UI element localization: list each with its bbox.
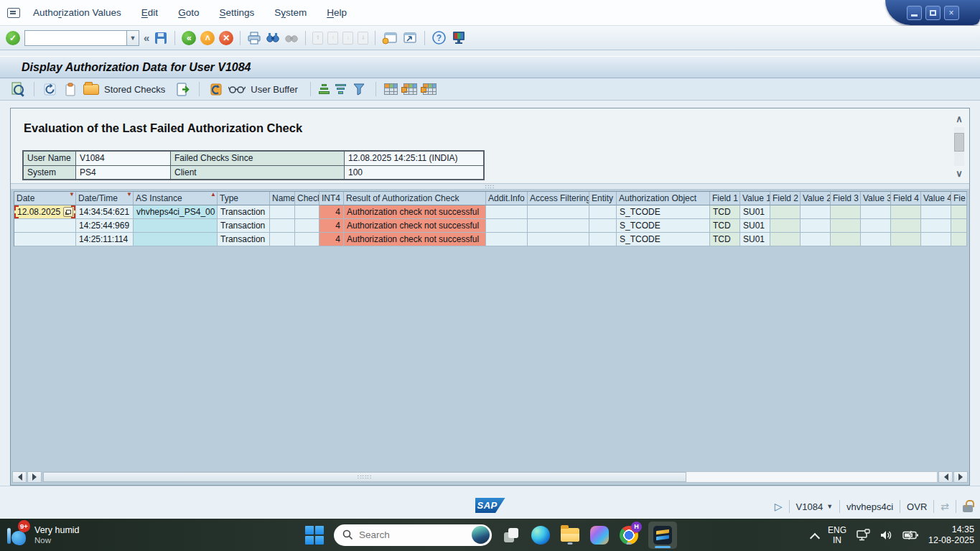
export-icon[interactable] xyxy=(175,82,191,97)
table-cell[interactable]: 14:25:44:969 xyxy=(76,219,134,233)
enter-icon[interactable]: ✓ xyxy=(6,31,20,45)
menu-item-system[interactable]: System xyxy=(274,7,307,18)
chrome-icon[interactable]: H xyxy=(619,525,639,545)
sap-menu-icon[interactable] xyxy=(7,8,20,18)
minimize-button[interactable] xyxy=(907,6,922,20)
table-cell[interactable] xyxy=(801,233,831,246)
restore-button[interactable] xyxy=(925,6,941,20)
network-icon[interactable] xyxy=(856,529,870,542)
table-cell[interactable]: 12.08.2025 xyxy=(14,205,76,219)
table-cell[interactable] xyxy=(770,233,801,246)
table-cell[interactable]: vhvheps4ci_PS4_00 xyxy=(134,205,218,219)
scroll-right-icon[interactable] xyxy=(27,471,42,483)
column-header-int4[interactable]: INT4 xyxy=(319,192,344,205)
table-cell[interactable] xyxy=(134,219,218,233)
table-cell[interactable] xyxy=(528,233,589,246)
back-icon[interactable]: « xyxy=(182,31,196,45)
column-header-type[interactable]: Type xyxy=(218,192,270,205)
table-cell[interactable]: TCD xyxy=(710,219,740,233)
menu-item-settings[interactable]: Settings xyxy=(219,7,254,18)
weather-widget[interactable]: 9+ Very humid Now xyxy=(6,524,80,547)
search-box[interactable] xyxy=(334,524,492,546)
table-cell[interactable] xyxy=(134,233,218,246)
command-dropdown-icon[interactable]: ▼ xyxy=(126,30,139,46)
cell-detail-button[interactable] xyxy=(63,207,73,217)
table-cell[interactable]: 4 xyxy=(319,233,344,246)
last-page-icon[interactable]: ⇓ xyxy=(358,32,368,45)
collapse-chevron-icon[interactable]: « xyxy=(144,32,149,44)
table-cell[interactable] xyxy=(528,219,589,233)
table-cell[interactable] xyxy=(951,205,967,219)
clock[interactable]: 14:35 12-08-2025 xyxy=(928,524,974,546)
table-cell[interactable]: Transaction xyxy=(218,219,270,233)
scroll-up-icon[interactable]: ∧ xyxy=(956,114,963,124)
column-header-field-1[interactable]: Field 1 xyxy=(710,192,740,205)
copy-icon[interactable] xyxy=(63,82,78,97)
table-cell[interactable] xyxy=(528,205,589,219)
table-cell[interactable]: SU01 xyxy=(740,205,770,219)
table-cell[interactable] xyxy=(270,233,295,246)
sort-descending-icon[interactable] xyxy=(335,84,346,94)
close-button[interactable]: × xyxy=(944,6,959,20)
table-cell[interactable]: Authorization check not successful xyxy=(344,219,486,233)
table-cell[interactable]: Authorization check not successful xyxy=(344,205,486,219)
column-header-result-of-authorization-check[interactable]: Result of Authorization Check xyxy=(344,192,486,205)
save-icon[interactable] xyxy=(154,31,168,45)
status-expand-icon[interactable]: ▷ xyxy=(775,501,783,512)
sort-ascending-icon[interactable] xyxy=(319,84,330,94)
user-buffer-button[interactable]: User Buffer xyxy=(228,84,302,95)
scroll-down-icon[interactable]: ∨ xyxy=(956,169,963,179)
search-input[interactable] xyxy=(359,529,452,540)
table-cell[interactable] xyxy=(486,233,528,246)
table-cell[interactable] xyxy=(486,219,528,233)
table-cell[interactable]: S_TCODE xyxy=(617,205,710,219)
next-page-icon[interactable]: ↓ xyxy=(342,32,353,45)
table-cell[interactable]: SU01 xyxy=(740,219,770,233)
scroll-left-icon[interactable] xyxy=(12,471,27,483)
table-cell[interactable] xyxy=(589,219,617,233)
customize-layout-icon[interactable] xyxy=(451,30,467,45)
print-icon[interactable] xyxy=(247,31,261,45)
table-cell[interactable] xyxy=(951,233,967,246)
table-cell[interactable]: 4 xyxy=(319,219,344,233)
previous-page-icon[interactable]: ↑ xyxy=(327,32,338,45)
column-header-value-2[interactable]: Value 2 xyxy=(801,192,831,205)
scroll-right-icon-2[interactable] xyxy=(953,471,968,483)
new-session-icon[interactable] xyxy=(382,31,398,45)
table-cell[interactable] xyxy=(831,219,861,233)
column-header-check[interactable]: Check xyxy=(295,192,319,205)
table-cell[interactable] xyxy=(770,219,801,233)
table-cell[interactable]: Transaction xyxy=(218,205,270,219)
table-cell[interactable] xyxy=(921,219,951,233)
start-button[interactable] xyxy=(304,525,325,545)
table-cell[interactable] xyxy=(861,205,891,219)
vertical-scroll-thumb[interactable] xyxy=(954,133,964,152)
table-cell[interactable]: TCD xyxy=(710,205,740,219)
column-header-value-3[interactable]: Value 3 xyxy=(861,192,891,205)
column-header-field-3[interactable]: Field 3 xyxy=(831,192,861,205)
bing-daily-image[interactable] xyxy=(472,526,490,544)
table-view-icon[interactable] xyxy=(384,83,398,95)
column-header-addit-info[interactable]: Addit.Info xyxy=(486,192,528,205)
file-explorer-icon[interactable] xyxy=(560,525,580,545)
column-header-name[interactable]: Name xyxy=(270,192,295,205)
table-cell[interactable] xyxy=(14,233,76,246)
column-header-value-1[interactable]: Value 1 xyxy=(740,192,770,205)
table-cell[interactable] xyxy=(831,233,861,246)
display-change-icon[interactable] xyxy=(207,82,223,97)
table-cell[interactable] xyxy=(861,219,891,233)
command-input[interactable] xyxy=(24,30,126,46)
menu-item-help[interactable]: Help xyxy=(327,7,347,18)
table-cell[interactable] xyxy=(589,233,617,246)
column-header-fie[interactable]: Fie xyxy=(951,192,967,205)
refresh-icon[interactable] xyxy=(42,82,57,97)
column-header-field-4[interactable]: Field 4 xyxy=(891,192,921,205)
table-cell[interactable] xyxy=(14,219,76,233)
menu-item-edit[interactable]: Edit xyxy=(141,7,158,18)
cancel-icon[interactable]: ✕ xyxy=(219,31,233,45)
vertical-scroll-track[interactable] xyxy=(954,127,964,166)
hidden-icons-chevron[interactable] xyxy=(811,533,818,540)
table-cell[interactable] xyxy=(295,233,319,246)
menu-item-goto[interactable]: Goto xyxy=(178,7,199,18)
table-cell[interactable] xyxy=(831,205,861,219)
